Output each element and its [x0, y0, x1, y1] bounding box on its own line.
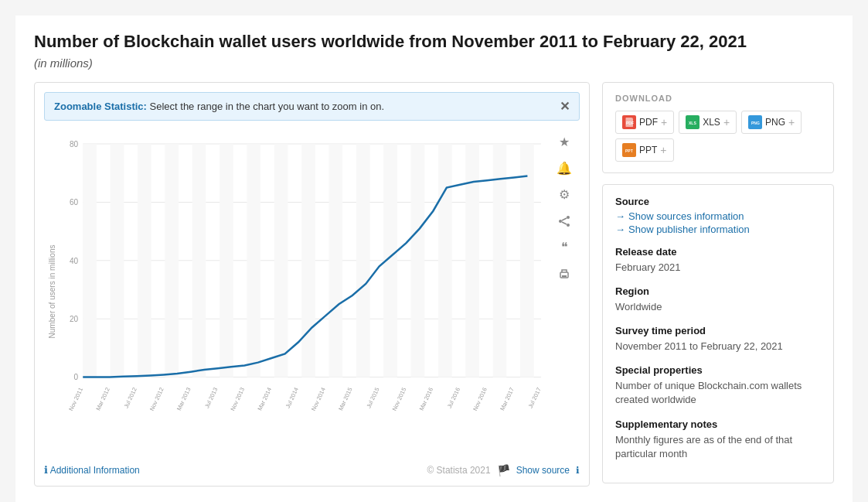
svg-text:Nov 2014: Nov 2014 — [310, 386, 327, 412]
region-section: Region Worldwide — [615, 285, 821, 314]
release-date-value: February 2021 — [615, 261, 821, 275]
chart-panel: Zoomable Statistic: Select the range in … — [34, 82, 590, 487]
svg-text:XLS: XLS — [689, 121, 696, 125]
bell-button[interactable]: 🔔 — [553, 158, 575, 179]
chart-area: Number of users in millions 80 60 4 — [44, 128, 549, 458]
png-plus: + — [788, 116, 795, 128]
svg-rect-14 — [192, 144, 206, 377]
xls-icon: XLS — [686, 115, 700, 129]
chart-svg: Number of users in millions 80 60 4 — [44, 128, 549, 455]
special-props-label: Special properties — [615, 364, 821, 376]
settings-button[interactable]: ⚙ — [553, 184, 575, 206]
page-title: Number of Blockchain wallet users worldw… — [34, 31, 834, 53]
release-date-section: Release date February 2021 — [615, 246, 821, 275]
svg-rect-19 — [328, 144, 342, 377]
show-source-link[interactable]: Show source — [516, 465, 570, 476]
ppt-plus: + — [660, 144, 666, 156]
svg-rect-13 — [165, 144, 179, 377]
svg-point-47 — [567, 224, 570, 227]
download-xls-button[interactable]: XLS XLS + — [679, 111, 737, 134]
zoom-close-button[interactable]: ✕ — [560, 99, 570, 114]
region-label: Region — [615, 285, 821, 297]
page-subtitle: (in millions) — [34, 56, 834, 70]
chart-and-icons: Number of users in millions 80 60 4 — [44, 128, 580, 458]
svg-text:Nov 2015: Nov 2015 — [391, 386, 408, 412]
download-box: DOWNLOAD PDF PDF + XLS XLS + — [602, 82, 834, 173]
special-props-value: Number of unique Blockchain.com wallets … — [615, 379, 821, 407]
svg-rect-17 — [274, 144, 288, 377]
download-pdf-button[interactable]: PDF PDF + — [615, 111, 674, 134]
page-wrapper: Number of Blockchain wallet users worldw… — [15, 15, 853, 502]
star-button[interactable]: ★ — [553, 131, 575, 153]
ppt-label: PPT — [639, 145, 657, 155]
svg-text:Mar 2014: Mar 2014 — [256, 386, 273, 412]
png-icon: PNG — [748, 115, 762, 129]
svg-text:60: 60 — [70, 198, 79, 207]
xls-label: XLS — [703, 117, 720, 128]
svg-text:Mar 2012: Mar 2012 — [94, 386, 111, 412]
share-button[interactable] — [553, 210, 575, 232]
svg-text:Nov 2013: Nov 2013 — [229, 386, 246, 412]
svg-rect-18 — [301, 144, 315, 377]
y-axis-title: Number of users in millions — [48, 244, 56, 338]
svg-text:Jul 2016: Jul 2016 — [446, 386, 461, 409]
show-publisher-link[interactable]: → Show publisher information — [615, 224, 821, 235]
download-ppt-button[interactable]: PPT PPT + — [615, 138, 674, 162]
supplementary-section: Supplementary notes Monthly figures are … — [615, 418, 821, 461]
special-props-section: Special properties Number of unique Bloc… — [615, 364, 821, 407]
quote-button[interactable]: ❝ — [553, 237, 575, 258]
svg-text:Jul 2013: Jul 2013 — [203, 386, 219, 409]
zoom-banner-text: Zoomable Statistic: Select the range in … — [54, 101, 384, 112]
svg-text:Mar 2017: Mar 2017 — [499, 386, 516, 412]
survey-period-label: Survey time period — [615, 325, 821, 336]
print-button[interactable] — [553, 263, 575, 285]
png-label: PNG — [765, 117, 785, 128]
svg-text:Jul 2017: Jul 2017 — [527, 386, 543, 409]
survey-period-section: Survey time period November 2011 to Febr… — [615, 325, 821, 353]
additional-info-link[interactable]: ℹ Additional Information — [44, 464, 140, 476]
zoom-text: Select the range in the chart you want t… — [147, 101, 384, 112]
svg-text:Jul 2014: Jul 2014 — [284, 386, 300, 409]
svg-text:Jul 2012: Jul 2012 — [123, 386, 138, 409]
survey-period-value: November 2011 to February 22, 2021 — [615, 340, 821, 353]
svg-text:20: 20 — [70, 315, 79, 323]
info-box: Source → Show sources information → Show… — [602, 184, 834, 483]
side-icons-panel: ★ 🔔 ⚙ ❝ — [549, 128, 580, 458]
right-panel: DOWNLOAD PDF PDF + XLS XLS + — [602, 82, 834, 487]
svg-line-49 — [562, 222, 567, 224]
svg-rect-16 — [247, 144, 260, 377]
svg-text:Nov 2011: Nov 2011 — [67, 386, 84, 412]
svg-rect-26 — [520, 144, 534, 377]
xls-plus: + — [723, 116, 730, 128]
content-row: Zoomable Statistic: Select the range in … — [34, 82, 834, 487]
svg-rect-22 — [411, 144, 425, 377]
show-sources-link[interactable]: → Show sources information — [615, 210, 821, 222]
svg-rect-23 — [438, 144, 452, 377]
svg-text:Nov 2016: Nov 2016 — [471, 386, 488, 412]
chart-footer: ℹ Additional Information © Statista 2021… — [44, 464, 580, 476]
svg-point-45 — [567, 216, 570, 219]
svg-text:Nov 2012: Nov 2012 — [148, 386, 165, 412]
zoom-bold-label: Zoomable Statistic: — [54, 101, 147, 112]
download-png-button[interactable]: PNG PNG + — [741, 111, 802, 134]
svg-text:Jul 2015: Jul 2015 — [365, 386, 380, 409]
svg-text:80: 80 — [70, 140, 79, 149]
release-date-label: Release date — [615, 246, 821, 258]
svg-text:Mar 2016: Mar 2016 — [418, 386, 435, 412]
svg-text:PDF: PDF — [626, 121, 634, 125]
svg-text:Mar 2013: Mar 2013 — [175, 386, 192, 412]
chart-svg-wrapper: Number of users in millions 80 60 4 — [44, 128, 549, 458]
supplementary-value: Monthly figures are as of the end of tha… — [615, 433, 821, 461]
svg-rect-11 — [111, 144, 124, 377]
zoom-banner: Zoomable Statistic: Select the range in … — [44, 92, 580, 121]
pdf-plus: + — [661, 116, 667, 128]
statista-label: © Statista 2021 — [427, 465, 490, 476]
svg-text:Mar 2015: Mar 2015 — [337, 386, 354, 412]
svg-rect-12 — [138, 144, 151, 377]
pdf-label: PDF — [639, 117, 658, 128]
download-title: DOWNLOAD — [615, 94, 821, 103]
svg-rect-20 — [356, 144, 370, 377]
pdf-icon: PDF — [622, 115, 636, 129]
source-section: Source → Show sources information → Show… — [615, 196, 821, 235]
svg-rect-24 — [465, 144, 479, 377]
